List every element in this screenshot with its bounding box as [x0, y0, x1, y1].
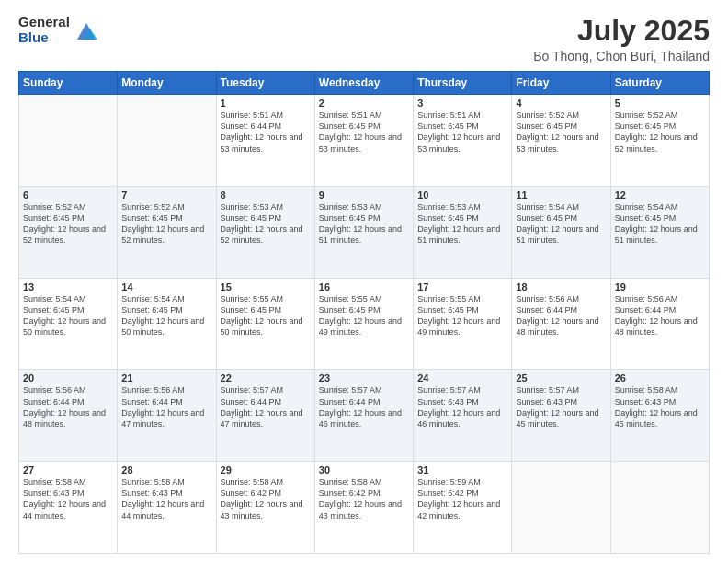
- day-info: Sunrise: 5:53 AMSunset: 6:45 PMDaylight:…: [221, 202, 303, 245]
- day-info: Sunrise: 5:54 AMSunset: 6:45 PMDaylight:…: [121, 294, 204, 337]
- table-row: [610, 462, 709, 554]
- day-number: 14: [121, 282, 211, 293]
- table-row: 19Sunrise: 5:56 AMSunset: 6:44 PMDayligh…: [610, 278, 709, 370]
- day-number: 31: [417, 465, 507, 476]
- col-sunday: Sunday: [19, 72, 118, 95]
- table-row: 12Sunrise: 5:54 AMSunset: 6:45 PMDayligh…: [610, 186, 709, 278]
- table-row: [512, 462, 610, 554]
- col-monday: Monday: [118, 72, 216, 95]
- col-saturday: Saturday: [610, 72, 709, 95]
- day-number: 18: [516, 282, 606, 293]
- table-row: 1Sunrise: 5:51 AMSunset: 6:44 PMDaylight…: [216, 95, 314, 187]
- table-row: 28Sunrise: 5:58 AMSunset: 6:43 PMDayligh…: [118, 462, 216, 554]
- table-row: 6Sunrise: 5:52 AMSunset: 6:45 PMDaylight…: [19, 186, 118, 278]
- day-number: 2: [319, 98, 409, 109]
- table-row: [118, 95, 216, 187]
- table-row: 5Sunrise: 5:52 AMSunset: 6:45 PMDaylight…: [610, 95, 709, 187]
- logo-blue: Blue: [18, 30, 70, 46]
- day-number: 7: [121, 190, 211, 201]
- logo-general: General: [18, 15, 70, 30]
- header: General Blue July 2025 Bo Thong, Chon Bu…: [18, 15, 710, 63]
- table-row: 10Sunrise: 5:53 AMSunset: 6:45 PMDayligh…: [414, 186, 512, 278]
- calendar-week-row: 1Sunrise: 5:51 AMSunset: 6:44 PMDaylight…: [19, 95, 710, 187]
- day-number: 19: [615, 282, 705, 293]
- day-number: 1: [221, 98, 311, 109]
- day-number: 4: [516, 98, 606, 109]
- table-row: 16Sunrise: 5:55 AMSunset: 6:45 PMDayligh…: [314, 278, 413, 370]
- day-number: 27: [23, 465, 113, 476]
- table-row: 25Sunrise: 5:57 AMSunset: 6:43 PMDayligh…: [512, 370, 610, 462]
- table-row: 11Sunrise: 5:54 AMSunset: 6:45 PMDayligh…: [512, 186, 610, 278]
- logo: General Blue: [18, 15, 99, 45]
- day-info: Sunrise: 5:53 AMSunset: 6:45 PMDaylight:…: [319, 202, 402, 245]
- day-number: 11: [516, 190, 606, 201]
- day-info: Sunrise: 5:54 AMSunset: 6:45 PMDaylight:…: [516, 202, 598, 245]
- table-row: 8Sunrise: 5:53 AMSunset: 6:45 PMDaylight…: [216, 186, 314, 278]
- page: General Blue July 2025 Bo Thong, Chon Bu…: [0, 0, 728, 563]
- table-row: 17Sunrise: 5:55 AMSunset: 6:45 PMDayligh…: [414, 278, 512, 370]
- day-info: Sunrise: 5:52 AMSunset: 6:45 PMDaylight:…: [121, 202, 204, 245]
- day-info: Sunrise: 5:58 AMSunset: 6:43 PMDaylight:…: [615, 385, 698, 428]
- calendar-week-row: 13Sunrise: 5:54 AMSunset: 6:45 PMDayligh…: [19, 278, 710, 370]
- calendar-week-row: 6Sunrise: 5:52 AMSunset: 6:45 PMDaylight…: [19, 186, 710, 278]
- table-row: 31Sunrise: 5:59 AMSunset: 6:42 PMDayligh…: [414, 462, 512, 554]
- day-info: Sunrise: 5:55 AMSunset: 6:45 PMDaylight:…: [417, 294, 500, 337]
- day-number: 26: [615, 373, 705, 384]
- day-info: Sunrise: 5:56 AMSunset: 6:44 PMDaylight:…: [23, 385, 106, 428]
- day-info: Sunrise: 5:57 AMSunset: 6:43 PMDaylight:…: [516, 385, 598, 428]
- table-row: 9Sunrise: 5:53 AMSunset: 6:45 PMDaylight…: [314, 186, 413, 278]
- day-number: 6: [23, 190, 113, 201]
- day-info: Sunrise: 5:58 AMSunset: 6:43 PMDaylight:…: [121, 477, 204, 520]
- calendar-table: Sunday Monday Tuesday Wednesday Thursday…: [18, 71, 710, 554]
- table-row: 18Sunrise: 5:56 AMSunset: 6:44 PMDayligh…: [512, 278, 610, 370]
- table-row: 22Sunrise: 5:57 AMSunset: 6:44 PMDayligh…: [216, 370, 314, 462]
- title-block: July 2025 Bo Thong, Chon Buri, Thailand: [533, 15, 710, 63]
- day-info: Sunrise: 5:51 AMSunset: 6:45 PMDaylight:…: [319, 110, 402, 153]
- col-tuesday: Tuesday: [216, 72, 314, 95]
- day-number: 25: [516, 373, 606, 384]
- table-row: 7Sunrise: 5:52 AMSunset: 6:45 PMDaylight…: [118, 186, 216, 278]
- day-info: Sunrise: 5:57 AMSunset: 6:43 PMDaylight:…: [417, 385, 500, 428]
- day-number: 15: [221, 282, 311, 293]
- day-number: 30: [319, 465, 409, 476]
- day-info: Sunrise: 5:58 AMSunset: 6:42 PMDaylight:…: [319, 477, 402, 520]
- day-number: 22: [221, 373, 311, 384]
- col-wednesday: Wednesday: [314, 72, 413, 95]
- day-number: 16: [319, 282, 409, 293]
- day-info: Sunrise: 5:55 AMSunset: 6:45 PMDaylight:…: [221, 294, 303, 337]
- day-number: 5: [615, 98, 705, 109]
- day-number: 28: [121, 465, 211, 476]
- table-row: 30Sunrise: 5:58 AMSunset: 6:42 PMDayligh…: [314, 462, 413, 554]
- table-row: 24Sunrise: 5:57 AMSunset: 6:43 PMDayligh…: [414, 370, 512, 462]
- table-row: [19, 95, 118, 187]
- day-info: Sunrise: 5:52 AMSunset: 6:45 PMDaylight:…: [516, 110, 598, 153]
- logo-icon: [74, 17, 99, 43]
- table-row: 3Sunrise: 5:51 AMSunset: 6:45 PMDaylight…: [414, 95, 512, 187]
- table-row: 2Sunrise: 5:51 AMSunset: 6:45 PMDaylight…: [314, 95, 413, 187]
- day-info: Sunrise: 5:57 AMSunset: 6:44 PMDaylight:…: [221, 385, 303, 428]
- day-info: Sunrise: 5:58 AMSunset: 6:42 PMDaylight:…: [221, 477, 303, 520]
- day-info: Sunrise: 5:57 AMSunset: 6:44 PMDaylight:…: [319, 385, 402, 428]
- table-row: 21Sunrise: 5:56 AMSunset: 6:44 PMDayligh…: [118, 370, 216, 462]
- day-number: 10: [417, 190, 507, 201]
- day-number: 3: [417, 98, 507, 109]
- day-info: Sunrise: 5:53 AMSunset: 6:45 PMDaylight:…: [417, 202, 500, 245]
- table-row: 23Sunrise: 5:57 AMSunset: 6:44 PMDayligh…: [314, 370, 413, 462]
- day-info: Sunrise: 5:58 AMSunset: 6:43 PMDaylight:…: [23, 477, 106, 520]
- day-info: Sunrise: 5:51 AMSunset: 6:45 PMDaylight:…: [417, 110, 500, 153]
- day-number: 8: [221, 190, 311, 201]
- day-info: Sunrise: 5:56 AMSunset: 6:44 PMDaylight:…: [516, 294, 598, 337]
- day-info: Sunrise: 5:52 AMSunset: 6:45 PMDaylight:…: [615, 110, 698, 153]
- table-row: 14Sunrise: 5:54 AMSunset: 6:45 PMDayligh…: [118, 278, 216, 370]
- day-number: 20: [23, 373, 113, 384]
- table-row: 13Sunrise: 5:54 AMSunset: 6:45 PMDayligh…: [19, 278, 118, 370]
- main-title: July 2025: [533, 15, 710, 47]
- day-info: Sunrise: 5:51 AMSunset: 6:44 PMDaylight:…: [221, 110, 303, 153]
- table-row: 15Sunrise: 5:55 AMSunset: 6:45 PMDayligh…: [216, 278, 314, 370]
- col-thursday: Thursday: [414, 72, 512, 95]
- calendar-week-row: 20Sunrise: 5:56 AMSunset: 6:44 PMDayligh…: [19, 370, 710, 462]
- table-row: 27Sunrise: 5:58 AMSunset: 6:43 PMDayligh…: [19, 462, 118, 554]
- day-number: 23: [319, 373, 409, 384]
- day-number: 13: [23, 282, 113, 293]
- calendar-header-row: Sunday Monday Tuesday Wednesday Thursday…: [19, 72, 710, 95]
